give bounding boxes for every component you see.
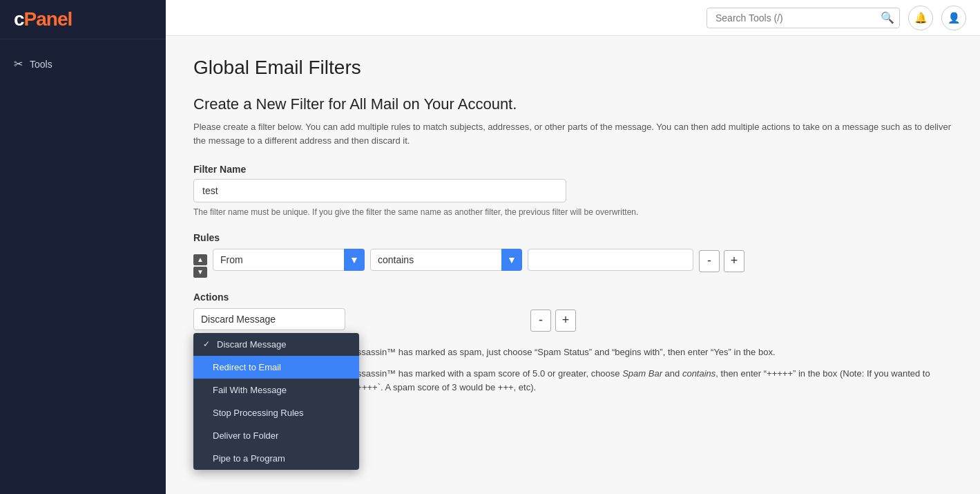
filter-name-label: Filter Name bbox=[193, 164, 952, 175]
dropdown-item-stop-processing-rules[interactable]: Stop Processing Rules bbox=[193, 401, 359, 424]
dropdown-item-label: Pipe to a Program bbox=[213, 453, 285, 464]
action-dropdown-wrap: Discard Message Discard Message Redirect… bbox=[193, 308, 345, 330]
cpanel-logo: cPanel bbox=[14, 8, 152, 30]
topbar: 🔍 🔔 👤 bbox=[166, 0, 980, 36]
rules-label: Rules bbox=[193, 232, 952, 243]
search-input[interactable] bbox=[707, 8, 900, 28]
search-wrap: 🔍 bbox=[707, 8, 900, 28]
bell-icon: 🔔 bbox=[914, 12, 928, 24]
filter-name-input[interactable] bbox=[193, 179, 566, 202]
logo-area: cPanel bbox=[0, 0, 166, 39]
rule-arrow-up[interactable]: ▲ bbox=[193, 254, 207, 265]
condition-select-wrap: contains does not contain begins with en… bbox=[370, 249, 522, 271]
actions-label: Actions bbox=[193, 292, 952, 303]
search-button[interactable]: 🔍 bbox=[881, 11, 894, 24]
actions-section: Actions Discard Message Discard Message … bbox=[193, 292, 952, 332]
rule-minus-btn[interactable]: - bbox=[699, 250, 720, 272]
dropdown-item-label: Discard Message bbox=[217, 339, 286, 350]
notifications-button[interactable]: 🔔 bbox=[908, 6, 933, 30]
hint2-italic1: Spam Bar bbox=[622, 368, 662, 379]
user-button[interactable]: 👤 bbox=[941, 6, 966, 30]
sidebar: cPanel ✂ Tools bbox=[0, 0, 166, 494]
dropdown-item-label: Redirect to Email bbox=[213, 362, 281, 372]
from-select-wrap: From To Subject Any Header Spam Status ▼ bbox=[213, 249, 365, 271]
hint2-and: and bbox=[662, 368, 682, 379]
action-minus-btn[interactable]: - bbox=[530, 310, 551, 332]
filter-name-group: Filter Name The filter name must be uniq… bbox=[193, 164, 952, 218]
rule-arrows: ▲ ▼ bbox=[193, 249, 207, 278]
from-select[interactable]: From To Subject Any Header Spam Status bbox=[213, 249, 365, 271]
search-icon: 🔍 bbox=[881, 12, 894, 23]
action-row: Discard Message Discard Message Redirect… bbox=[193, 308, 952, 332]
condition-select[interactable]: contains does not contain begins with en… bbox=[370, 249, 522, 271]
filter-name-hint: The filter name must be unique. If you g… bbox=[193, 207, 952, 218]
dropdown-item-fail-with-message[interactable]: Fail With Message bbox=[193, 379, 359, 401]
dropdown-item-label: Fail With Message bbox=[213, 385, 287, 395]
dropdown-item-label: Deliver to Folder bbox=[213, 430, 278, 441]
dropdown-item-label: Stop Processing Rules bbox=[213, 408, 304, 418]
action-select[interactable]: Discard Message bbox=[193, 308, 345, 330]
dropdown-item-pipe-to-a-program[interactable]: Pipe to a Program bbox=[193, 447, 359, 470]
action-pm-btns: - + bbox=[530, 308, 576, 332]
page-title: Global Email Filters bbox=[193, 57, 952, 79]
sidebar-nav: ✂ Tools bbox=[0, 39, 166, 88]
action-plus-btn[interactable]: + bbox=[555, 310, 576, 332]
main-content: Global Email Filters Create a New Filter… bbox=[166, 36, 980, 494]
action-dropdown-menu: Discard Message Redirect to Email Fail W… bbox=[193, 333, 359, 470]
hint2-italic2: contains bbox=[682, 368, 715, 379]
tools-icon: ✂ bbox=[14, 57, 23, 70]
rule-row: ▲ ▼ From To Subject Any Header Spam Stat… bbox=[193, 249, 952, 278]
rule-pm-btns: - + bbox=[699, 249, 744, 272]
sidebar-item-tools[interactable]: ✂ Tools bbox=[0, 50, 166, 77]
rules-section: Rules ▲ ▼ From To Subject Any Header Spa… bbox=[193, 232, 952, 278]
user-icon: 👤 bbox=[948, 12, 961, 24]
main-wrapper: 🔍 🔔 👤 Global Email Filters Create a New … bbox=[166, 0, 980, 494]
rule-plus-btn[interactable]: + bbox=[724, 250, 744, 272]
sidebar-item-label: Tools bbox=[30, 59, 52, 70]
dropdown-item-redirect-to-email[interactable]: Redirect to Email bbox=[193, 356, 359, 379]
dropdown-item-deliver-to-folder[interactable]: Deliver to Folder bbox=[193, 424, 359, 447]
rule-arrow-down[interactable]: ▼ bbox=[193, 267, 207, 278]
rule-value-input[interactable] bbox=[528, 249, 693, 271]
section-description: Please create a filter below. You can ad… bbox=[193, 120, 952, 147]
section-subtitle: Create a New Filter for All Mail on Your… bbox=[193, 95, 952, 113]
dropdown-item-discard-message[interactable]: Discard Message bbox=[193, 333, 359, 356]
